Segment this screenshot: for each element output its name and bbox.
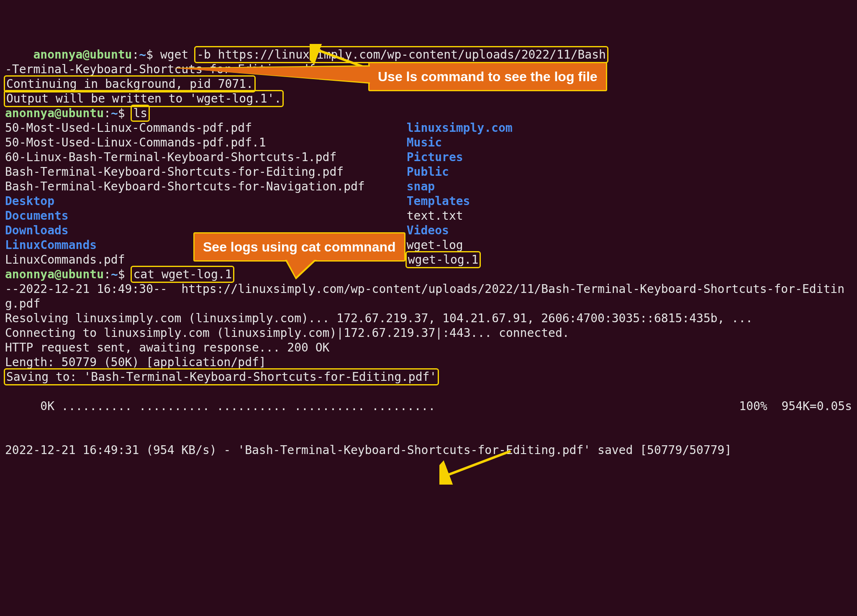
ls-item: Bash-Terminal-Keyboard-Shortcuts-for-Nav… — [5, 179, 365, 194]
ls-item: 50-Most-Used-Linux-Commands-pdf.pdf.1 — [5, 135, 365, 150]
prompt-dollar: $ — [118, 267, 132, 281]
cmd-cat[interactable]: cat wget-log.1 — [133, 267, 232, 281]
prompt-user: anonnya — [5, 106, 54, 120]
ls-item: Videos — [407, 223, 513, 238]
cmd-ls[interactable]: ls — [133, 106, 147, 120]
prompt-colon: : — [104, 267, 111, 281]
arrow-icon — [439, 447, 515, 485]
prompt-at: @ — [54, 267, 62, 281]
callout-ls-hint-text: Use ls command to see the log file — [378, 69, 598, 84]
log-final: 2022-12-21 16:49:31 (954 KB/s) - 'Bash-T… — [5, 443, 731, 457]
ls-item: snap — [407, 179, 513, 194]
log-line: Length: 50779 (50K) [application/pdf] — [5, 355, 266, 369]
log-progress-right: 100% 954K=0.05s — [739, 399, 852, 413]
highlight-saving-to: Saving to: 'Bash-Terminal-Keyboard-Short… — [4, 368, 439, 385]
prompt-path: ~ — [111, 267, 118, 281]
ls-item: 50-Most-Used-Linux-Commands-pdf.pdf — [5, 121, 365, 135]
log-line: HTTP request sent, awaiting response... … — [5, 341, 329, 354]
log-line: Resolving linuxsimply.com (linuxsimply.c… — [5, 311, 753, 325]
ls-item: linuxsimply.com — [407, 121, 513, 135]
ls-item: Music — [407, 135, 513, 150]
ls-item: Bash-Terminal-Keyboard-Shortcuts-for-Edi… — [5, 164, 365, 179]
cmd-wget-prefix: wget — [160, 48, 188, 62]
log-line: Connecting to linuxsimply.com (linuxsimp… — [5, 326, 570, 340]
log-progress-row: 0K .......... .......... .......... ....… — [5, 399, 852, 413]
log-line: --2022-12-21 16:49:30-- https://linuxsim… — [5, 282, 844, 311]
callout-cat-hint: See logs using cat commnand — [193, 232, 405, 262]
prompt-dollar: $ — [146, 48, 160, 62]
prompt-host: ubuntu — [90, 48, 132, 62]
highlight-ls: ls — [131, 105, 150, 122]
prompt-user: anonnya — [33, 48, 82, 62]
prompt-path: ~ — [111, 106, 118, 120]
ls-item: 60-Linux-Bash-Terminal-Keyboard-Shortcut… — [5, 150, 365, 164]
ls-item: Public — [407, 164, 513, 179]
highlight-wget-log-file: wget-log.1 — [405, 251, 481, 268]
ls-item: text.txt — [407, 208, 513, 223]
ls-item: Pictures — [407, 150, 513, 164]
svg-line-1 — [444, 451, 511, 476]
prompt-dollar: $ — [118, 106, 132, 120]
prompt-host: ubuntu — [62, 267, 104, 281]
ls-item: Desktop — [5, 194, 365, 208]
prompt-path: ~ — [139, 48, 146, 62]
ls-item: wget-log.1 — [408, 253, 479, 267]
prompt-host: ubuntu — [62, 106, 104, 120]
ls-column-right: linuxsimply.comMusicPicturesPublicsnapTe… — [407, 121, 513, 267]
highlight-cat: cat wget-log.1 — [131, 266, 234, 283]
callout-ls-hint: Use ls command to see the log file — [368, 62, 607, 91]
highlight-wget-args: -b https://linuxsimply.com/wp-content/up… — [194, 46, 608, 63]
prompt-at: @ — [54, 106, 62, 120]
prompt-at: @ — [82, 48, 90, 62]
prompt-colon: : — [104, 106, 111, 120]
prompt-colon: : — [132, 48, 139, 62]
log-progress-left: 0K .......... .......... .......... ....… — [5, 399, 435, 413]
callout-cat-hint-text: See logs using cat commnand — [203, 239, 396, 254]
ls-output: 50-Most-Used-Linux-Commands-pdf.pdf50-Mo… — [5, 121, 852, 267]
prompt-user: anonnya — [5, 267, 54, 281]
ls-item: Templates — [407, 194, 513, 208]
ls-item: wget-log — [407, 238, 513, 252]
ls-item: Documents — [5, 208, 365, 223]
terminal-screen: anonnya@ubuntu:~$ wget -b https://linuxs… — [0, 0, 857, 616]
